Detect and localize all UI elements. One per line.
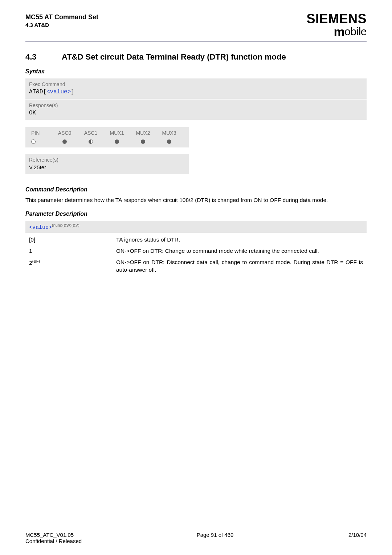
support-col-asc1: ASC1 [78,130,104,136]
table-row: 1 ON->OFF on DTR: Change to command mode… [25,246,367,257]
syntax-heading: Syntax [25,68,367,75]
brand-logo: SIEMENS [306,13,367,25]
reference-value: V.25ter [29,164,185,170]
support-col-asc0: ASC0 [52,130,78,136]
param-key-2-sup: (&F) [32,259,40,263]
parameter-header: <value>(num)(&W)(&V) [25,221,367,233]
header-left: MC55 AT Command Set 4.3 AT&D [25,13,98,29]
footer-version: MC55_ATC_V01.05 [25,532,82,538]
response-block: Response(s) OK [25,100,367,120]
param-key-2: 2(&F) [25,257,113,276]
section-heading-text: AT&D Set circuit Data Terminal Ready (DT… [62,52,286,61]
parameter-name-link[interactable]: <value> [29,224,52,231]
brand-sub-rest: obile [344,25,367,37]
support-state-mux1 [104,138,130,144]
param-desc-1: ON->OFF on DTR: Change to command mode w… [113,246,367,257]
doc-title: MC55 AT Command Set [25,13,98,21]
footer-confidential: Confidential / Released [25,538,82,544]
support-col-pin: PIN [30,130,52,136]
support-state-asc1 [78,138,104,144]
support-state-mux2 [130,138,156,144]
doc-subsection: 4.3 AT&D [25,21,98,29]
command-description-heading: Command Description [25,186,367,193]
support-col-mux1: MUX1 [104,130,130,136]
param-key-0: [0] [25,234,113,246]
param-desc-0: TA ignores status of DTR. [113,234,367,246]
support-state-asc0 [52,138,78,144]
support-header-row: PIN ASC0 ASC1 MUX1 MUX2 MUX3 [30,130,185,136]
param-key-1: 1 [25,246,113,257]
parameter-sup: (num)(&W)(&V) [52,223,79,227]
support-state-mux3 [156,138,182,144]
dot-open-icon [31,139,36,144]
page-header: MC55 AT Command Set 4.3 AT&D SIEMENS mob… [25,13,367,42]
parameter-table: [0] TA ignores status of DTR. 1 ON->OFF … [25,234,367,276]
response-value: OK [29,110,363,116]
footer-left: MC55_ATC_V01.05 Confidential / Released [25,532,82,544]
exec-prefix: AT&D[ [29,89,46,95]
dot-full-icon [167,139,171,144]
dot-full-icon [62,139,67,144]
response-label: Response(s) [29,102,363,108]
exec-param-link[interactable]: <value> [46,89,71,95]
brand-sub-m: m [334,25,344,39]
table-row: 2(&F) ON->OFF on DTR: Disconnect data ca… [25,257,367,276]
support-col-mux2: MUX2 [130,130,156,136]
command-description-text: This parameter determines how the TA res… [25,197,367,204]
reference-block: Reference(s) V.25ter [25,154,189,174]
support-table: PIN ASC0 ASC1 MUX1 MUX2 MUX3 [25,127,189,147]
exec-command-label: Exec Command [29,81,363,87]
reference-label: Reference(s) [29,157,185,163]
dot-half-icon [89,139,93,144]
page-footer: MC55_ATC_V01.05 Confidential / Released … [25,530,367,544]
exec-command-block: Exec Command AT&D[<value>] [25,78,367,99]
brand-subline: mobile [306,25,367,39]
support-col-mux3: MUX3 [156,130,182,136]
exec-suffix: ] [71,89,74,95]
support-state-row [30,138,185,144]
footer-center: Page 91 of 469 [82,532,348,544]
section-title: 4.3AT&D Set circuit Data Terminal Ready … [25,52,367,62]
footer-right: 2/10/04 [348,532,367,544]
dot-full-icon [115,139,119,144]
support-state-pin [30,138,52,144]
section-number: 4.3 [25,52,62,62]
exec-command-value: AT&D[<value>] [29,89,363,95]
table-row: [0] TA ignores status of DTR. [25,234,367,246]
parameter-description-heading: Parameter Description [25,211,367,217]
header-right: SIEMENS mobile [306,13,367,39]
param-key-2-base: 2 [29,260,32,266]
param-desc-2: ON->OFF on DTR: Disconnect data call, ch… [113,257,367,276]
dot-full-icon [141,139,145,144]
